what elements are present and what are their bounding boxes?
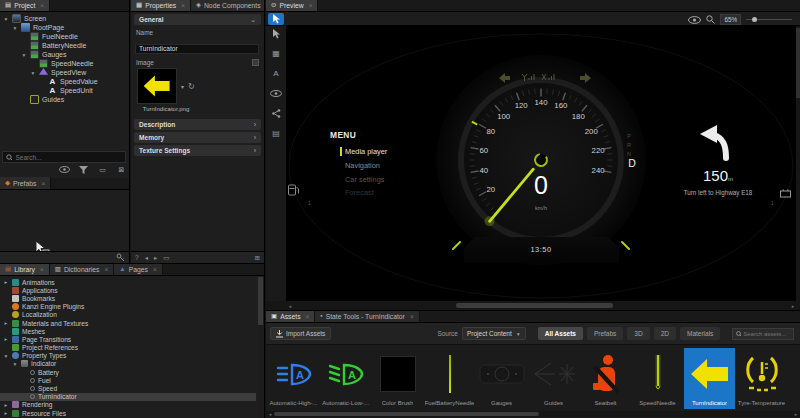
film-tool-icon[interactable]: ▤: [270, 128, 283, 139]
prev-icon[interactable]: ◂: [145, 254, 148, 262]
tab-dictionaries[interactable]: ▥ Dictionaries ×: [50, 263, 114, 275]
asset-automatic-low[interactable]: AAutomatic-Low-...: [320, 348, 371, 409]
library-item-animations[interactable]: ▸Animations: [0, 278, 256, 286]
image-thumbnail[interactable]: [137, 68, 177, 104]
scroll-left-icon[interactable]: ◂: [266, 411, 274, 417]
tab-properties[interactable]: ▦ Properties ×: [131, 0, 191, 11]
project-node-guides[interactable]: Guides: [0, 95, 128, 104]
preview-horizontal-scrollbar[interactable]: ◂ ▸: [286, 302, 797, 309]
library-item-rendering[interactable]: ▸Rendering: [0, 401, 256, 409]
expand-arrow-icon[interactable]: ▸: [3, 402, 9, 408]
filter-icon[interactable]: [78, 165, 89, 174]
library-item-page-transitions[interactable]: ▸Page Transitions: [0, 335, 256, 343]
scroll-right-icon[interactable]: ▸: [789, 303, 797, 309]
zoom-level-value[interactable]: 65%: [720, 14, 741, 25]
library-item-property-types[interactable]: ▾Property Types: [0, 352, 256, 360]
texture-settings-section-header[interactable]: Texture Settings ›: [134, 145, 261, 156]
text-tool-icon[interactable]: A: [270, 68, 283, 79]
zoom-slider[interactable]: [746, 19, 792, 20]
filter-3d[interactable]: 3D: [627, 327, 649, 340]
library-item-fuel[interactable]: Fuel: [0, 376, 256, 384]
library-item-meshes[interactable]: Meshes: [0, 327, 256, 335]
filter-2d[interactable]: 2D: [654, 327, 676, 340]
project-node-speedvalue[interactable]: ASpeedValue: [0, 77, 128, 86]
select-tool-icon[interactable]: [270, 28, 283, 39]
asset-guides[interactable]: Guides: [528, 348, 579, 409]
assets-horizontal-scrollbar[interactable]: ◂ ▸: [266, 411, 800, 417]
tab-state-tools[interactable]: ▪ State Tools - TurnIndicator ×: [315, 310, 419, 322]
expand-arrow-icon[interactable]: ▾: [12, 361, 18, 367]
expand-arrow-icon[interactable]: ▾: [30, 70, 36, 76]
library-item-battery[interactable]: Battery: [0, 368, 256, 376]
key-icon[interactable]: [116, 253, 125, 262]
library-item-resource-files[interactable]: ▸Resource Files: [0, 409, 256, 417]
assets-search-input[interactable]: [743, 331, 790, 337]
grid-tool-icon[interactable]: ▦: [270, 48, 283, 59]
assets-search[interactable]: [732, 328, 794, 340]
asset-color-brush[interactable]: Color Brush: [372, 348, 423, 409]
scrollbar-thumb[interactable]: [258, 277, 263, 325]
expand-arrow-icon[interactable]: ▸: [3, 320, 9, 326]
scrollbar-thumb[interactable]: [456, 303, 613, 308]
expand-arrow-icon[interactable]: ▾: [21, 52, 27, 58]
grid-icon[interactable]: ⊞: [255, 254, 260, 262]
library-item-project-references[interactable]: Project References: [0, 344, 256, 352]
dropdown-arrow-icon[interactable]: ▾: [181, 83, 184, 90]
asset-seatbelt[interactable]: Seatbelt: [580, 348, 631, 409]
memory-section-header[interactable]: Memory ›: [134, 132, 261, 143]
close-icon[interactable]: ×: [104, 266, 108, 273]
tab-assets[interactable]: ▣ Assets ×: [266, 310, 315, 322]
tab-node-components[interactable]: ◈ Node Components ×: [191, 0, 265, 11]
description-section-header[interactable]: Description ›: [134, 119, 261, 130]
preview-vertical-scrollbar[interactable]: [796, 26, 800, 301]
scroll-left-icon[interactable]: ◂: [286, 303, 294, 309]
library-item-materials-and-textures[interactable]: ▸Materials and Textures: [0, 319, 256, 327]
library-item-localization[interactable]: Localization: [0, 311, 256, 319]
eye-icon[interactable]: [59, 165, 70, 174]
close-icon[interactable]: ×: [181, 2, 185, 9]
project-node-fuelneedle[interactable]: FuelNeedle: [0, 32, 128, 41]
expand-arrow-icon[interactable]: ▾: [3, 16, 9, 22]
project-node-batteryneedle[interactable]: BatteryNeedle: [0, 41, 128, 50]
preview-canvas[interactable]: 20406080100120140160180200220240 MENU Me…: [286, 26, 797, 301]
library-vertical-scrollbar[interactable]: [258, 277, 263, 418]
interact-mode-button[interactable]: [268, 13, 284, 25]
project-node-gauges[interactable]: ▾Gauges: [0, 50, 128, 59]
image-options-icon[interactable]: [252, 59, 259, 66]
tab-pages[interactable]: ▲ Pages ×: [114, 263, 163, 275]
close-icon[interactable]: ×: [41, 180, 45, 187]
frame-icon[interactable]: ▭: [163, 254, 169, 262]
tab-library[interactable]: ▤ Library ×: [0, 263, 50, 275]
import-assets-button[interactable]: Import Assets: [270, 327, 331, 340]
refresh-icon[interactable]: ↻: [188, 82, 195, 91]
project-search[interactable]: [2, 151, 126, 163]
library-item-bookmarks[interactable]: Bookmarks: [0, 294, 256, 302]
general-section-header[interactable]: General ⌄: [134, 14, 261, 25]
project-node-speedneedle[interactable]: SpeedNeedle: [0, 59, 128, 68]
asset-turnindicator[interactable]: TurnIndicator: [684, 348, 735, 409]
project-node-speedview[interactable]: ▾SpeedView: [0, 68, 128, 77]
help-icon[interactable]: ?: [135, 254, 139, 261]
asset-automatic-high[interactable]: AAutomatic-High-...: [268, 348, 319, 409]
share-tool-icon[interactable]: [270, 108, 283, 119]
project-node-rootpage[interactable]: ▾RootPage: [0, 23, 128, 32]
tab-project[interactable]: ▤ Project ×: [0, 0, 50, 11]
asset-fuelbatteryneedle[interactable]: FuelBatteryNeedle: [424, 348, 475, 409]
close-icon[interactable]: ×: [309, 2, 313, 9]
close-icon[interactable]: ×: [306, 313, 310, 320]
filter-materials[interactable]: Materials: [680, 327, 720, 340]
expand-arrow-icon[interactable]: ▾: [3, 353, 9, 359]
scrollbar-thumb[interactable]: [274, 412, 539, 416]
zoom-slider-knob[interactable]: [752, 17, 757, 22]
scrollbar-thumb[interactable]: [796, 28, 800, 98]
project-node-screen[interactable]: ▾Screen: [0, 14, 128, 23]
tab-prefabs[interactable]: ◆ Prefabs ×: [0, 177, 51, 189]
asset-speedneedle[interactable]: SpeedNeedle: [632, 348, 683, 409]
library-item-speed[interactable]: Speed: [0, 384, 256, 392]
close-icon[interactable]: ×: [40, 266, 44, 273]
filter-all-assets[interactable]: All Assets: [538, 327, 583, 340]
library-item-kanzi-engine-plugins[interactable]: Kanzi Engine Plugins: [0, 303, 256, 311]
expand-arrow-icon[interactable]: ▸: [3, 410, 9, 416]
badge-icon[interactable]: ⊠: [116, 165, 127, 174]
scroll-right-icon[interactable]: ▸: [792, 411, 800, 417]
